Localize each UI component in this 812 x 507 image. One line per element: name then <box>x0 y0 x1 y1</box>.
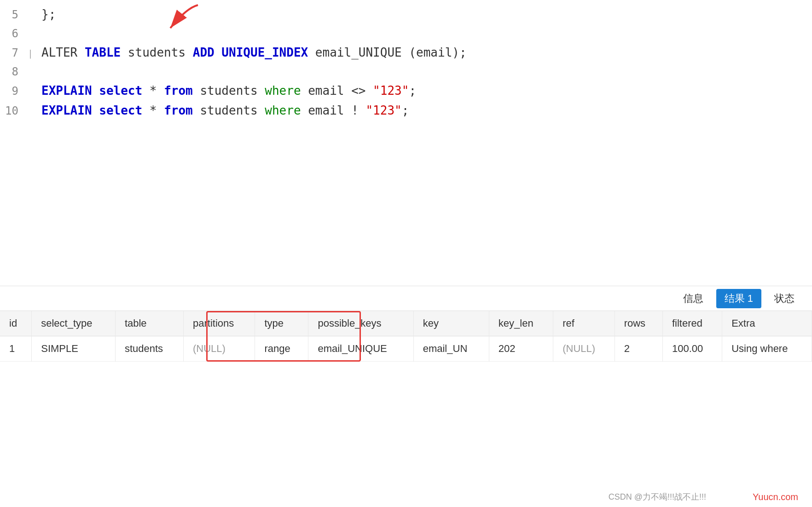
code-token: email ! <box>308 104 365 117</box>
table-cell-table: students <box>115 336 183 362</box>
line-content: ALTER TABLE students ADD UNIQUE_INDEX em… <box>37 44 812 62</box>
code-token: students <box>128 46 193 59</box>
code-editor: 5};67|ALTER TABLE students ADD UNIQUE_IN… <box>0 0 812 286</box>
table-header-key: key <box>413 311 489 336</box>
code-token: EXPLAIN <box>41 104 99 117</box>
code-line-6: 6 <box>0 24 812 43</box>
line-content: EXPLAIN select * from students where ema… <box>37 102 812 120</box>
bottom-panel: 信息 结果 1 状态 idselect_typetablepartitionst… <box>0 286 812 507</box>
table-header-key_len: key_len <box>489 311 553 336</box>
table-header-partitions: partitions <box>184 311 255 336</box>
code-token: from <box>164 84 200 98</box>
code-token: UNIQUE_INDEX <box>221 46 315 59</box>
result-table: idselect_typetablepartitionstypepossible… <box>0 311 812 362</box>
table-cell-key: email_UN <box>413 336 489 362</box>
code-token: ; <box>409 84 416 98</box>
code-line-7: 7|ALTER TABLE students ADD UNIQUE_INDEX … <box>0 43 812 63</box>
red-arrow-annotation <box>152 3 226 40</box>
code-token: }; <box>41 7 56 21</box>
code-token: select <box>99 104 150 117</box>
tab-status[interactable]: 状态 <box>766 289 803 308</box>
code-token: "123" <box>365 104 401 117</box>
table-cell-ref: (NULL) <box>553 336 615 362</box>
code-line-8: 8 <box>0 63 812 81</box>
line-number: 10 <box>0 103 28 119</box>
tab-info[interactable]: 信息 <box>675 289 712 308</box>
code-line-9: 9EXPLAIN select * from students where em… <box>0 81 812 101</box>
code-token: email_UNIQUE <box>315 46 409 59</box>
result-table-container[interactable]: idselect_typetablepartitionstypepossible… <box>0 311 812 507</box>
table-cell-filtered: 100.00 <box>662 336 722 362</box>
table-cell-rows: 2 <box>615 336 662 362</box>
code-token: email <> <box>308 84 373 98</box>
table-header-select_type: select_type <box>32 311 116 336</box>
line-content: EXPLAIN select * from students where ema… <box>37 82 812 100</box>
csdn-footer: CSDN @力不竭!!!战不止!!! <box>609 491 706 502</box>
table-header-table: table <box>115 311 183 336</box>
code-token: ADD <box>193 46 222 59</box>
line-number: 9 <box>0 83 28 99</box>
line-number: 6 <box>0 25 28 42</box>
code-token: ; <box>402 104 409 117</box>
code-token: students <box>200 84 265 98</box>
table-cell-possible_keys: email_UNIQUE <box>308 336 413 362</box>
tabs-row: 信息 结果 1 状态 <box>0 286 812 311</box>
table-header-rows: rows <box>615 311 662 336</box>
table-header-possible_keys: possible_keys <box>308 311 413 336</box>
table-cell-partitions: (NULL) <box>184 336 255 362</box>
code-token: where <box>265 104 308 117</box>
code-line-10: 10EXPLAIN select * from students where e… <box>0 101 812 121</box>
table-header-type: type <box>255 311 308 336</box>
brand-footer: Yuucn.com <box>753 492 798 502</box>
code-token: students <box>200 104 265 117</box>
code-token: (email); <box>409 46 466 59</box>
table-header-filtered: filtered <box>662 311 722 336</box>
code-token: select <box>99 84 150 98</box>
code-token: "123" <box>373 84 409 98</box>
code-token: from <box>164 104 200 117</box>
code-token: EXPLAIN <box>41 84 99 98</box>
line-number: 7 <box>0 45 28 61</box>
table-header-id: id <box>0 311 32 336</box>
line-number: 8 <box>0 63 28 80</box>
code-token: * <box>150 104 164 117</box>
table-cell-Extra: Using where <box>722 336 812 362</box>
table-cell-key_len: 202 <box>489 336 553 362</box>
table-header-ref: ref <box>553 311 615 336</box>
table-header-Extra: Extra <box>722 311 812 336</box>
code-line-5: 5}; <box>0 5 812 24</box>
table-cell-select_type: SIMPLE <box>32 336 116 362</box>
code-token: TABLE <box>85 46 128 59</box>
table-cell-id: 1 <box>0 336 32 362</box>
code-token: * <box>150 84 164 98</box>
code-token: where <box>265 84 308 98</box>
code-token: ALTER <box>41 46 85 59</box>
line-number: 5 <box>0 6 28 23</box>
table-row: 1SIMPLEstudents(NULL)rangeemail_UNIQUEem… <box>0 336 812 362</box>
table-cell-type: range <box>255 336 308 362</box>
tab-result1[interactable]: 结果 1 <box>716 289 761 308</box>
